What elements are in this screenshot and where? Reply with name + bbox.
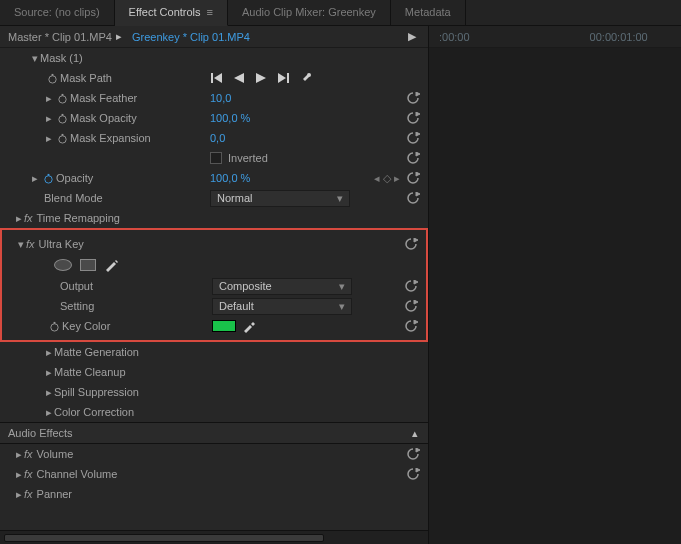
caret-icon: ▸ xyxy=(116,30,122,43)
reset-icon[interactable] xyxy=(406,192,420,204)
panner-row[interactable]: ▸ fx Panner xyxy=(0,484,428,504)
mask-group-row[interactable]: ▾ Mask (1) xyxy=(0,48,428,68)
pen-mask-icon[interactable] xyxy=(104,258,118,272)
svg-rect-12 xyxy=(61,113,63,115)
reset-icon[interactable] xyxy=(404,238,418,250)
fx-badge: fx xyxy=(24,212,33,224)
svg-point-25 xyxy=(50,323,57,330)
setting-dropdown[interactable]: Default▾ xyxy=(212,298,352,315)
timeline-ruler[interactable]: :00:00 00:00:01:00 xyxy=(429,31,648,43)
key-color-swatch[interactable] xyxy=(212,320,236,332)
caret-down-icon[interactable]: ▾ xyxy=(16,238,26,251)
master-clip-label[interactable]: Master * Clip 01.MP4 xyxy=(8,31,112,43)
fx-badge: fx xyxy=(24,448,33,460)
caret-right-icon[interactable]: ▸ xyxy=(44,112,54,125)
svg-marker-21 xyxy=(416,192,420,196)
stopwatch-icon[interactable] xyxy=(46,321,62,332)
stopwatch-icon[interactable] xyxy=(44,73,60,84)
tab-effect-controls[interactable]: Effect Controls≡ xyxy=(115,0,228,26)
mask-path-transport xyxy=(210,72,314,84)
chevron-down-icon: ▾ xyxy=(339,300,345,313)
stopwatch-icon[interactable] xyxy=(54,93,70,104)
blend-mode-dropdown[interactable]: Normal▾ xyxy=(210,190,350,207)
audio-effects-label: Audio Effects xyxy=(8,427,73,439)
caret-right-icon[interactable]: ▸ xyxy=(44,92,54,105)
caret-right-icon[interactable]: ▸ xyxy=(14,448,24,461)
caret-right-icon[interactable]: ▸ xyxy=(14,488,24,501)
caret-right-icon[interactable]: ▸ xyxy=(44,132,54,145)
caret-down-icon[interactable]: ▾ xyxy=(30,52,40,65)
opacity-value[interactable]: 100,0 % xyxy=(210,172,250,184)
svg-rect-19 xyxy=(47,173,49,175)
audio-effects-section[interactable]: Audio Effects ▴ xyxy=(0,422,428,444)
play-forward-icon[interactable] xyxy=(256,73,266,83)
reset-icon[interactable] xyxy=(404,280,418,292)
stopwatch-icon[interactable] xyxy=(54,133,70,144)
volume-label: Volume xyxy=(37,448,74,460)
ellipse-mask-icon[interactable] xyxy=(54,259,72,271)
caret-right-icon[interactable]: ▸ xyxy=(44,346,54,359)
caret-right-icon[interactable]: ▸ xyxy=(30,172,40,185)
play-indicator-icon[interactable]: ▶ xyxy=(408,30,416,43)
volume-row[interactable]: ▸ fx Volume xyxy=(0,444,428,464)
channel-volume-row[interactable]: ▸ fx Channel Volume xyxy=(0,464,428,484)
setting-row: Setting Default▾ xyxy=(2,296,426,316)
opacity-label: Opacity xyxy=(56,172,93,184)
tab-source[interactable]: Source: (no clips) xyxy=(0,0,115,25)
output-dropdown[interactable]: Composite▾ xyxy=(212,278,352,295)
matte-generation-row[interactable]: ▸ Matte Generation xyxy=(0,342,428,362)
mask-opacity-value[interactable]: 100,0 % xyxy=(210,112,250,124)
fx-badge: fx xyxy=(26,238,35,250)
timecode-start: :00:00 xyxy=(439,31,470,43)
output-label: Output xyxy=(60,280,93,292)
time-remapping-row[interactable]: ▸ fx Time Remapping xyxy=(0,208,428,228)
reset-icon[interactable] xyxy=(406,112,420,124)
collapse-up-icon[interactable]: ▴ xyxy=(412,427,418,440)
play-backward-icon[interactable] xyxy=(234,73,244,83)
matte-cleanup-row[interactable]: ▸ Matte Cleanup xyxy=(0,362,428,382)
stopwatch-active-icon[interactable] xyxy=(40,173,56,184)
timeline-panel: :00:00 00:00:01:00 xyxy=(428,26,681,544)
mask-expansion-row: ▸ Mask Expansion 0,0 xyxy=(0,128,428,148)
rect-mask-icon[interactable] xyxy=(80,259,96,271)
tab-metadata[interactable]: Metadata xyxy=(391,0,466,25)
reset-icon[interactable] xyxy=(404,320,418,332)
reset-icon[interactable] xyxy=(406,468,420,480)
scrollbar-thumb[interactable] xyxy=(4,534,324,542)
caret-right-icon[interactable]: ▸ xyxy=(44,386,54,399)
mask-expansion-value[interactable]: 0,0 xyxy=(210,132,225,144)
mask-feather-value[interactable]: 10,0 xyxy=(210,92,231,104)
mask-expansion-label: Mask Expansion xyxy=(70,132,151,144)
color-correction-label: Color Correction xyxy=(54,406,134,418)
panel-menu-icon[interactable]: ≡ xyxy=(207,6,213,18)
svg-marker-4 xyxy=(234,73,244,83)
eyedropper-icon[interactable] xyxy=(242,320,255,333)
caret-right-icon[interactable]: ▸ xyxy=(44,366,54,379)
next-keyframe-icon[interactable] xyxy=(278,73,290,83)
reset-icon[interactable] xyxy=(406,152,420,164)
caret-right-icon[interactable]: ▸ xyxy=(14,212,24,225)
inverted-checkbox[interactable] xyxy=(210,152,222,164)
tab-audio-mixer[interactable]: Audio Clip Mixer: Greenkey xyxy=(228,0,391,25)
stopwatch-icon[interactable] xyxy=(54,113,70,124)
caret-right-icon[interactable]: ▸ xyxy=(44,406,54,419)
svg-marker-16 xyxy=(416,132,420,136)
keyframe-nav[interactable]: ◂ ◇ ▸ xyxy=(374,172,400,185)
key-color-row: Key Color xyxy=(2,316,426,336)
reset-icon[interactable] xyxy=(406,172,420,184)
caret-right-icon[interactable]: ▸ xyxy=(14,468,24,481)
blend-mode-label: Blend Mode xyxy=(44,192,103,204)
reset-icon[interactable] xyxy=(406,92,420,104)
prev-keyframe-icon[interactable] xyxy=(210,73,222,83)
timecode-mark: 00:00:01:00 xyxy=(590,31,648,43)
horizontal-scrollbar[interactable] xyxy=(0,530,428,544)
reset-icon[interactable] xyxy=(404,300,418,312)
color-correction-row[interactable]: ▸ Color Correction xyxy=(0,402,428,422)
ultra-key-row[interactable]: ▾ fx Ultra Key xyxy=(2,234,426,254)
reset-icon[interactable] xyxy=(406,448,420,460)
reset-icon[interactable] xyxy=(406,132,420,144)
opacity-row: ▸ Opacity 100,0 % ◂ ◇ ▸ xyxy=(0,168,428,188)
sequence-clip-label[interactable]: Greenkey * Clip 01.MP4 xyxy=(132,31,250,43)
wrench-icon[interactable] xyxy=(302,72,314,84)
spill-suppression-row[interactable]: ▸ Spill Suppression xyxy=(0,382,428,402)
